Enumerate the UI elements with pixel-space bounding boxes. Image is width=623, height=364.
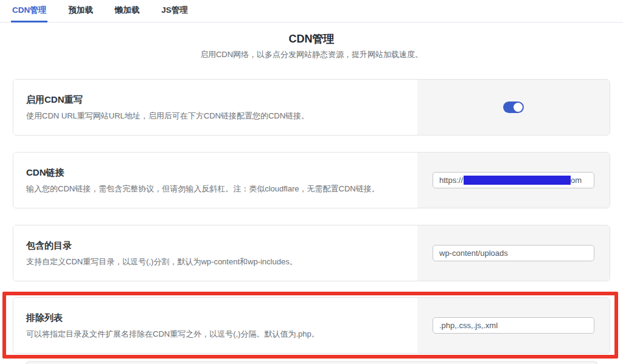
page-header: CDN管理 启用CDN网络，以多点分发网站静态资源，提升网站加载速度。	[0, 32, 623, 60]
tab-cdn-management[interactable]: CDN管理	[11, 0, 47, 22]
cdn-rewrite-toggle[interactable]	[503, 101, 524, 113]
included-directories-input[interactable]	[433, 245, 594, 261]
setting-description: 输入您的CDN链接，需包含完整协议，但请勿输入反斜杠。注：类似cloudflar…	[26, 184, 405, 194]
redaction-overlay	[464, 176, 571, 185]
setting-title: 排除列表	[26, 312, 405, 323]
tab-js-management[interactable]: JS管理	[160, 0, 189, 22]
setting-text-block: 启用CDN重写 使用CDN URL重写网站URL地址，启用后可在下方CDN链接配…	[13, 80, 417, 135]
cdn-link-input[interactable]: https://om	[433, 172, 594, 188]
setting-control-area	[417, 298, 610, 353]
cdn-link-prefix: https://	[439, 176, 463, 185]
setting-row-included-directories: 包含的目录 支持自定义CDN重写目录，以逗号(,)分割，默认为wp-conten…	[13, 225, 610, 281]
setting-row-exclude-list: 排除列表 可以将指定目录及文件扩展名排除在CDN重写之外，以逗号(,)分隔。默认…	[13, 297, 610, 354]
setting-title: 启用CDN重写	[26, 94, 405, 105]
setting-control-area: https://om	[417, 153, 610, 208]
red-highlight-box: 排除列表 可以将指定目录及文件扩展名排除在CDN重写之外，以逗号(,)分隔。默认…	[2, 292, 618, 359]
setting-title: CDN链接	[26, 167, 405, 178]
setting-control-area	[417, 225, 610, 281]
setting-text-block: 包含的目录 支持自定义CDN重写目录，以逗号(,)分割，默认为wp-conten…	[13, 225, 417, 281]
exclude-list-input[interactable]	[433, 317, 594, 334]
setting-title: 包含的目录	[26, 240, 405, 251]
setting-text-block: CDN链接 输入您的CDN链接，需包含完整协议，但请勿输入反斜杠。注：类似clo…	[13, 153, 417, 208]
toggle-knob	[513, 103, 523, 112]
setting-row-enable-cdn-rewrite: 启用CDN重写 使用CDN URL重写网站URL地址，启用后可在下方CDN链接配…	[13, 79, 610, 136]
tab-preload[interactable]: 预加载	[67, 0, 94, 22]
cdn-link-suffix: om	[571, 176, 582, 185]
setting-text-block: 排除列表 可以将指定目录及文件扩展名排除在CDN重写之外，以逗号(,)分隔。默认…	[13, 298, 417, 353]
setting-description: 可以将指定目录及文件扩展名排除在CDN重写之外，以逗号(,)分隔。默认值为.ph…	[26, 329, 405, 339]
setting-description: 使用CDN URL重写网站URL地址，启用后可在下方CDN链接配置您的CDN链接…	[26, 111, 405, 121]
setting-description: 支持自定义CDN重写目录，以逗号(,)分割，默认为wp-content和wp-i…	[26, 257, 405, 267]
tab-lazyload[interactable]: 懒加载	[114, 0, 141, 22]
settings-tabbar: CDN管理 预加载 懒加载 JS管理	[0, 0, 623, 22]
settings-list: 启用CDN重写 使用CDN URL重写网站URL地址，启用后可在下方CDN链接配…	[13, 79, 610, 364]
setting-row-cdn-link: CDN链接 输入您的CDN链接，需包含完整协议，但请勿输入反斜杠。注：类似clo…	[13, 152, 610, 208]
setting-control-area	[417, 80, 610, 135]
page-subtitle: 启用CDN网络，以多点分发网站静态资源，提升网站加载速度。	[0, 50, 623, 60]
next-card-partial	[26, 361, 597, 364]
page-title: CDN管理	[0, 32, 623, 46]
